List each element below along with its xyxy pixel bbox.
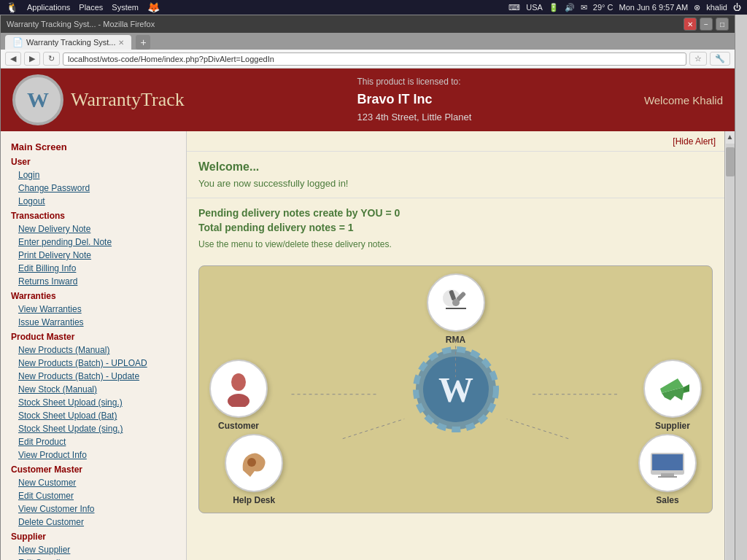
stats-section: Pending delivery notes create by YOU = 0…	[187, 198, 724, 258]
hide-alert-link[interactable]: [Hide Alert]	[673, 136, 716, 147]
minimize-button[interactable]: −	[700, 18, 713, 31]
sales-node[interactable]: Sales	[638, 434, 697, 505]
taskbar-right: ⌨ USA 🔋 🔊 ✉ 29° C Mon Jun 6 9:57 AM ⊗ kh…	[508, 3, 741, 12]
tab-icon: 📄	[12, 37, 23, 47]
new-products-manual-link[interactable]: New Products (Manual)	[1, 343, 186, 357]
welcome-section: Welcome... You are now successfully logg…	[187, 152, 724, 198]
new-products-batch-upload-link[interactable]: New Products (Batch) - UPLOAD	[1, 357, 186, 370]
warranties-section-title: Warranties	[1, 288, 186, 303]
logged-in-msg: You are now successfully logged in!	[198, 178, 713, 189]
reload-button[interactable]: ↻	[43, 52, 60, 66]
tab-close-button[interactable]: ✕	[118, 39, 124, 47]
rma-node[interactable]: RMA	[427, 273, 485, 345]
view-product-info-link[interactable]: View Product Info	[1, 448, 186, 462]
applications-menu[interactable]: Applications	[27, 3, 70, 12]
scroll-track[interactable]	[726, 144, 735, 560]
returns-inward-link[interactable]: Returns Inward	[1, 275, 186, 288]
stock-sheet-update-sing-link[interactable]: Stock Sheet Update (sing.)	[1, 422, 186, 435]
power-icon: ⊗	[694, 3, 700, 12]
new-supplier-link[interactable]: New Supplier	[1, 543, 186, 556]
username-display: khalid	[706, 3, 727, 12]
address-bar[interactable]	[63, 52, 686, 66]
main-layout: Main Screen User Login Change Password L…	[1, 131, 735, 560]
supplier-circle	[643, 359, 702, 418]
content-area: [Hide Alert] Welcome... You are now succ…	[187, 131, 724, 560]
tab-title: Warranty Tracking Syst...	[26, 38, 115, 47]
helpdesk-circle	[225, 434, 283, 492]
tab-bar: 📄 Warranty Tracking Syst... ✕ +	[1, 33, 735, 50]
scrollbar[interactable]: ▲ ▼	[724, 131, 735, 560]
edit-product-link[interactable]: Edit Product	[1, 435, 186, 448]
logout-icon[interactable]: ⏻	[733, 3, 741, 12]
welcome-title: Welcome...	[198, 160, 713, 174]
svg-rect-18	[658, 476, 677, 478]
print-delivery-note-link[interactable]: Print Delivery Note	[1, 249, 186, 262]
delete-customer-link[interactable]: Delete Customer	[1, 516, 186, 529]
welcome-message: Welcome Khalid	[644, 94, 723, 106]
window-controls[interactable]: ✕ − □	[684, 18, 729, 31]
logo-text: WarrantyTrack	[71, 89, 185, 111]
header-logo: W WarrantyTrack	[12, 74, 185, 125]
diagram-container: RMA Customer	[198, 265, 713, 513]
scroll-up-arrow[interactable]: ▲	[725, 131, 735, 142]
company-name: Bravo IT Inc	[357, 89, 471, 110]
new-tab-button[interactable]: +	[136, 35, 150, 50]
svg-rect-17	[661, 473, 674, 476]
main-screen-label: Main Screen	[1, 137, 186, 154]
enter-pending-del-link[interactable]: Enter pending Del. Note	[1, 236, 186, 249]
customer-master-section-title: Customer Master	[1, 462, 186, 476]
helpdesk-node[interactable]: Help Desk	[225, 434, 283, 505]
edit-supplier-link[interactable]: Edit Supplier	[1, 556, 186, 560]
edit-customer-link[interactable]: Edit Customer	[1, 489, 186, 502]
volume-icon: 🔊	[565, 3, 575, 12]
scroll-thumb[interactable]	[726, 147, 735, 176]
company-address: 123 4th Street, Little Planet	[357, 110, 471, 125]
close-button[interactable]: ✕	[684, 18, 697, 31]
customer-node[interactable]: Customer	[209, 359, 268, 431]
customer-label: Customer	[218, 421, 259, 431]
new-stock-manual-link[interactable]: New Stock (Manual)	[1, 383, 186, 396]
locale: USA	[526, 3, 543, 12]
supplier-label: Supplier	[655, 421, 690, 431]
logo-icon: W	[12, 74, 63, 125]
stat-total-pending: Total pending delivery notes = 1	[198, 222, 713, 233]
places-menu[interactable]: Places	[79, 3, 103, 12]
new-customer-link[interactable]: New Customer	[1, 476, 186, 489]
stat-pending-by-you: Pending delivery notes create by YOU = 0	[198, 207, 713, 219]
alert-bar: [Hide Alert]	[187, 131, 724, 152]
stock-sheet-upload-sing-link[interactable]: Stock Sheet Upload (sing.)	[1, 396, 186, 409]
system-menu[interactable]: System	[112, 3, 139, 12]
sales-circle	[638, 434, 697, 492]
view-warranties-link[interactable]: View Warranties	[1, 303, 186, 316]
new-products-batch-update-link[interactable]: New Products (Batch) - Update	[1, 370, 186, 383]
issue-warranties-link[interactable]: Issue Warranties	[1, 316, 186, 329]
window-title: Warranty Tracking Syst... - Mozilla Fire…	[7, 20, 155, 28]
supplier-node[interactable]: Supplier	[643, 359, 702, 431]
svg-point-6	[228, 394, 249, 407]
stat-note: Use the menu to view/delete these delive…	[198, 239, 713, 249]
logout-link[interactable]: Logout	[1, 195, 186, 208]
browser-tab-active[interactable]: 📄 Warranty Tracking Syst... ✕	[5, 35, 131, 50]
licensed-label: This product is licensed to:	[357, 75, 471, 89]
maximize-button[interactable]: □	[716, 18, 729, 31]
taskbar-left: 🐧 Applications Places System 🦊	[6, 1, 160, 13]
browser-nav: ◀ ▶ ↻ ☆ 🔧	[1, 50, 735, 69]
svg-line-23	[507, 419, 568, 439]
svg-rect-16	[652, 454, 683, 470]
sidebar: Main Screen User Login Change Password L…	[1, 131, 187, 560]
forward-button[interactable]: ▶	[24, 52, 40, 66]
product-master-section-title: Product Master	[1, 329, 186, 343]
login-link[interactable]: Login	[1, 168, 186, 182]
edit-billing-info-link[interactable]: Edit Billing Info	[1, 262, 186, 275]
tools-button[interactable]: 🔧	[710, 52, 730, 66]
user-section-title: User	[1, 154, 186, 168]
change-password-link[interactable]: Change Password	[1, 182, 186, 195]
bookmark-button[interactable]: ☆	[689, 52, 707, 66]
view-customer-info-link[interactable]: View Customer Info	[1, 502, 186, 516]
svg-text:W: W	[438, 370, 473, 409]
stock-sheet-upload-bat-link[interactable]: Stock Sheet Upload (Bat)	[1, 409, 186, 422]
new-delivery-note-link[interactable]: New Delivery Note	[1, 222, 186, 236]
sales-label: Sales	[656, 495, 678, 505]
browser-window: Warranty Tracking Syst... - Mozilla Fire…	[0, 15, 735, 560]
back-button[interactable]: ◀	[5, 52, 21, 66]
